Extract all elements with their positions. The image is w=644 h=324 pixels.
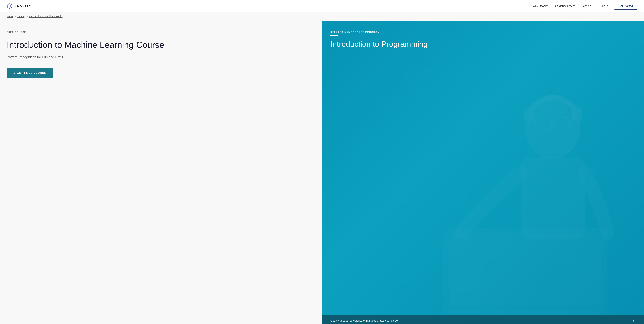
chevrons-right-icon: › › › xyxy=(632,319,636,323)
right-panel: RELATED NANODEGREE PROGRAM Introduction … xyxy=(322,21,644,324)
left-panel: FREE COURSE Introduction to Machine Lear… xyxy=(0,21,322,324)
nanodegree-content: RELATED NANODEGREE PROGRAM Introduction … xyxy=(322,21,644,324)
start-free-course-button[interactable]: START FREE COURSE xyxy=(7,68,53,78)
udacity-logo-icon xyxy=(7,3,13,9)
nav-links: Why Udacity? Student Success Schools Sig… xyxy=(533,2,637,9)
navbar: UDACITY Why Udacity? Student Success Sch… xyxy=(0,0,644,12)
logo-link[interactable]: UDACITY xyxy=(7,3,31,9)
breadcrumb-sep-2: > xyxy=(26,15,28,18)
chevron-right-2: › xyxy=(633,319,634,323)
nav-student-success[interactable]: Student Success xyxy=(555,4,576,7)
breadcrumb-current[interactable]: Introduction to Machine Learning xyxy=(29,15,64,18)
breadcrumb-catalog[interactable]: Catalog xyxy=(17,15,25,18)
chevron-right-3: › xyxy=(634,319,636,323)
breadcrumb-sep-1: > xyxy=(14,15,16,18)
nanodegree-title: Introduction to Programming xyxy=(330,39,636,49)
nanodegree-bottom-bar[interactable]: Get a Nanodegree certificate that accele… xyxy=(322,315,644,324)
chevron-right-1: › xyxy=(632,319,633,323)
breadcrumb: Home > Catalog > Introduction to Machine… xyxy=(0,12,644,21)
nanodegree-accent-line xyxy=(330,35,338,35)
nav-schools-label: Schools xyxy=(582,4,591,7)
nav-sign-in[interactable]: Sign In xyxy=(600,4,608,7)
course-subtitle: Pattern Recognition for Fun and Profit xyxy=(7,55,312,60)
green-accent-line xyxy=(7,35,15,35)
nav-why-udacity[interactable]: Why Udacity? xyxy=(533,4,549,7)
nanodegree-info: RELATED NANODEGREE PROGRAM Introduction … xyxy=(330,31,636,49)
schools-chevron-down-icon xyxy=(592,5,594,6)
logo-text: UDACITY xyxy=(14,4,31,8)
nanodegree-footer-text: Get a Nanodegree certificate that accele… xyxy=(330,319,400,322)
nanodegree-label: RELATED NANODEGREE PROGRAM xyxy=(330,31,636,33)
main-content: FREE COURSE Introduction to Machine Lear… xyxy=(0,21,644,324)
nav-get-started-button[interactable]: Get Started xyxy=(614,2,637,9)
breadcrumb-home[interactable]: Home xyxy=(7,15,13,18)
free-course-badge: FREE COURSE xyxy=(7,31,312,33)
nav-schools-dropdown[interactable]: Schools xyxy=(582,4,594,7)
course-title: Introduction to Machine Learning Course xyxy=(7,40,312,50)
